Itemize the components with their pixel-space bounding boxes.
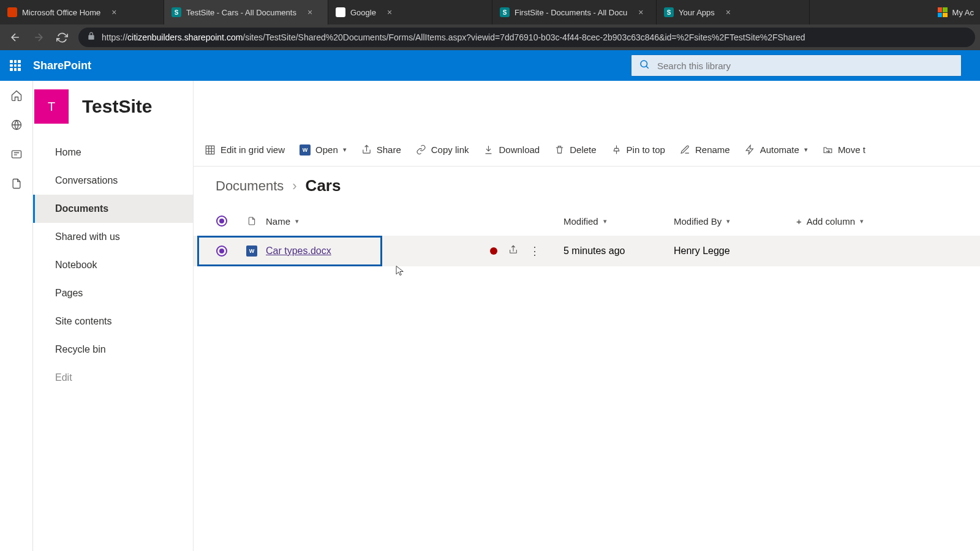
svg-rect-3 (206, 146, 214, 154)
favicon-icon: S (172, 7, 181, 17)
reload-button[interactable] (51, 27, 72, 48)
breadcrumb: Documents › Cars (194, 167, 980, 206)
nav-notebook[interactable]: Notebook (33, 251, 193, 279)
breadcrumb-root[interactable]: Documents (216, 178, 284, 194)
files-icon[interactable] (10, 178, 23, 192)
waffle-icon (10, 60, 21, 71)
browser-tab[interactable]: S Your Apps × (657, 0, 810, 24)
close-icon[interactable]: × (307, 7, 312, 17)
global-nav-rail (0, 81, 33, 551)
column-name[interactable]: Name ▾ (266, 216, 490, 227)
column-modified[interactable]: Modified ▾ (564, 216, 674, 227)
select-all[interactable] (206, 216, 238, 227)
cursor-icon (394, 264, 405, 277)
list-header: Name ▾ Modified ▾ Modified By ▾ + Add co… (194, 206, 980, 236)
nav-home[interactable]: Home (33, 138, 193, 167)
check-icon (216, 216, 227, 227)
file-name-link[interactable]: Car types.docx (266, 246, 331, 257)
forward-button[interactable] (28, 27, 49, 48)
command-bar: Edit in grid view W Open ▾ Share Copy li… (194, 133, 980, 167)
cmd-automate[interactable]: Automate ▾ (745, 144, 808, 155)
chevron-down-icon: ▾ (860, 217, 864, 225)
nav-documents[interactable]: Documents (33, 195, 193, 223)
nav-recycle-bin[interactable]: Recycle bin (33, 335, 193, 364)
add-column[interactable]: + Add column ▾ (796, 216, 907, 227)
address-bar: https://citizenbuilders.sharepoint.com/s… (0, 24, 980, 50)
cmd-move[interactable]: Move t (823, 144, 865, 155)
cmd-share[interactable]: Share (361, 144, 401, 155)
chevron-down-icon: ▾ (804, 146, 808, 154)
search-icon (639, 59, 650, 72)
search-input[interactable] (657, 61, 954, 71)
microsoft-logo-icon (938, 7, 948, 17)
browser-tab-overflow[interactable]: My Ac (932, 0, 980, 24)
chevron-down-icon: ▾ (603, 217, 607, 225)
favicon-icon (336, 7, 345, 17)
cmd-open[interactable]: W Open ▾ (300, 144, 347, 156)
file-row[interactable]: W Car types.docx ⋮ 5 minutes ago Henry L… (194, 236, 980, 266)
news-icon[interactable] (10, 148, 23, 163)
nav-conversations[interactable]: Conversations (33, 167, 193, 195)
cmd-rename[interactable]: Rename (680, 144, 730, 155)
site-logo: T (34, 89, 69, 124)
share-icon[interactable] (508, 245, 518, 257)
browser-tab[interactable]: S TestSite - Cars - All Documents × (164, 0, 328, 24)
column-type-icon[interactable] (238, 216, 266, 227)
cmd-copy-link[interactable]: Copy link (416, 144, 469, 155)
favicon-icon: S (664, 7, 674, 17)
favicon-icon: S (500, 7, 510, 17)
tab-title: Microsoft Office Home (22, 8, 100, 17)
close-icon[interactable]: × (638, 7, 643, 17)
browser-tab[interactable]: S FirstSite - Documents - All Docu × (492, 0, 657, 24)
svg-point-0 (641, 61, 647, 67)
site-nav: Home Conversations Documents Shared with… (33, 133, 193, 392)
cmd-label: Automate (760, 144, 799, 155)
tab-title: My Ac (952, 8, 974, 17)
nav-edit[interactable]: Edit (33, 364, 193, 392)
modified-value: 5 minutes ago (564, 246, 625, 257)
chevron-down-icon: ▾ (726, 217, 730, 225)
globe-icon[interactable] (10, 119, 23, 133)
column-label: Name (266, 216, 290, 227)
svg-rect-2 (12, 151, 21, 158)
browser-tab[interactable]: Microsoft Office Home × (0, 0, 164, 24)
column-modified-by[interactable]: Modified By ▾ (674, 216, 796, 227)
url-field[interactable]: https://citizenbuilders.sharepoint.com/s… (78, 28, 975, 47)
column-label: Modified By (674, 216, 722, 227)
app-name[interactable]: SharePoint (33, 59, 91, 72)
main-content: T TestSite Edit in grid view W Open ▾ Sh… (194, 81, 980, 551)
app-launcher-button[interactable] (0, 50, 31, 81)
nav-pages[interactable]: Pages (33, 279, 193, 307)
cmd-edit-grid[interactable]: Edit in grid view (205, 144, 285, 156)
site-title: TestSite (82, 96, 152, 117)
back-button[interactable] (5, 27, 26, 48)
plus-icon: + (796, 216, 802, 227)
close-icon[interactable]: × (726, 7, 731, 17)
cmd-label: Move t (838, 144, 865, 155)
word-icon: W (300, 144, 311, 156)
cmd-label: Download (499, 144, 540, 155)
cmd-download[interactable]: Download (483, 144, 540, 155)
tab-title: Google (350, 8, 376, 17)
more-actions-button[interactable]: ⋮ (529, 246, 540, 257)
word-file-icon: W (246, 246, 257, 257)
cmd-label: Edit in grid view (221, 144, 285, 155)
home-icon[interactable] (10, 89, 23, 104)
search-box[interactable] (631, 54, 962, 77)
chevron-right-icon: › (292, 178, 296, 194)
cmd-label: Copy link (431, 144, 469, 155)
browser-tab[interactable]: Google × (328, 0, 492, 24)
cmd-delete[interactable]: Delete (554, 144, 596, 155)
chevron-down-icon: ▾ (343, 146, 347, 154)
tab-title: Your Apps (679, 8, 715, 17)
close-icon[interactable]: × (387, 7, 392, 17)
column-label: Add column (807, 216, 855, 227)
breadcrumb-current: Cars (306, 176, 341, 195)
cmd-label: Share (377, 144, 401, 155)
nav-site-contents[interactable]: Site contents (33, 307, 193, 335)
close-icon[interactable]: × (111, 7, 116, 17)
column-label: Modified (564, 216, 598, 227)
row-check-icon[interactable] (216, 246, 227, 257)
cmd-pin[interactable]: Pin to top (611, 144, 665, 155)
nav-shared-with-us[interactable]: Shared with us (33, 223, 193, 251)
